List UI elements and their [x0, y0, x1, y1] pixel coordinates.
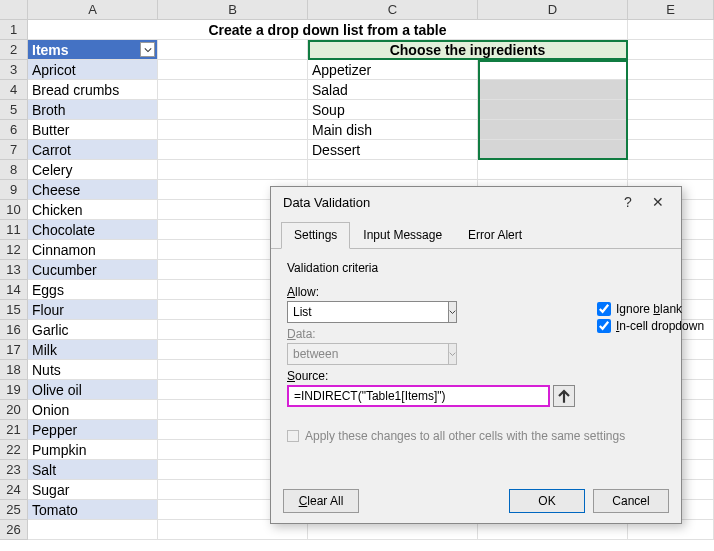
- cell-C4[interactable]: Salad: [308, 80, 478, 100]
- row-header[interactable]: 16: [0, 320, 28, 340]
- cell-A17[interactable]: Milk: [28, 340, 158, 360]
- source-input[interactable]: [287, 385, 550, 407]
- cell-A25[interactable]: Tomato: [28, 500, 158, 520]
- cell-A15[interactable]: Flour: [28, 300, 158, 320]
- row-header[interactable]: 21: [0, 420, 28, 440]
- cell-A13[interactable]: Cucumber: [28, 260, 158, 280]
- row-header[interactable]: 12: [0, 240, 28, 260]
- cell-C6[interactable]: Main dish: [308, 120, 478, 140]
- cell-B8[interactable]: [158, 160, 308, 180]
- ok-button[interactable]: OK: [509, 489, 585, 513]
- cell-A12[interactable]: Cinnamon: [28, 240, 158, 260]
- help-icon[interactable]: ?: [613, 194, 643, 210]
- incell-dropdown-checkbox[interactable]: In-cell dropdown: [597, 319, 704, 333]
- allow-input[interactable]: [287, 301, 448, 323]
- row-header[interactable]: 6: [0, 120, 28, 140]
- col-header-E[interactable]: E: [628, 0, 714, 19]
- row-header[interactable]: 2: [0, 40, 28, 60]
- row-header[interactable]: 11: [0, 220, 28, 240]
- cell-E8[interactable]: [628, 160, 714, 180]
- filter-icon[interactable]: [140, 42, 155, 57]
- cancel-button[interactable]: Cancel: [593, 489, 669, 513]
- cell-A9[interactable]: Cheese: [28, 180, 158, 200]
- cell-A11[interactable]: Chocolate: [28, 220, 158, 240]
- cell-C7[interactable]: Dessert: [308, 140, 478, 160]
- ignore-blank-checkbox[interactable]: Ignore blank: [597, 302, 704, 316]
- cell-A10[interactable]: Chicken: [28, 200, 158, 220]
- cell-A18[interactable]: Nuts: [28, 360, 158, 380]
- cell-E4[interactable]: [628, 80, 714, 100]
- cell-E2[interactable]: [628, 40, 714, 60]
- cell-A23[interactable]: Salt: [28, 460, 158, 480]
- select-all-corner[interactable]: [0, 0, 28, 19]
- row-header[interactable]: 1: [0, 20, 28, 40]
- cell-A2[interactable]: Items: [28, 40, 158, 60]
- col-header-A[interactable]: A: [28, 0, 158, 19]
- col-header-C[interactable]: C: [308, 0, 478, 19]
- cell-A22[interactable]: Pumpkin: [28, 440, 158, 460]
- row-header[interactable]: 23: [0, 460, 28, 480]
- tab-input-message[interactable]: Input Message: [350, 222, 455, 249]
- row-header[interactable]: 14: [0, 280, 28, 300]
- cell-A24[interactable]: Sugar: [28, 480, 158, 500]
- row-header[interactable]: 8: [0, 160, 28, 180]
- cell-B3[interactable]: [158, 60, 308, 80]
- row-header[interactable]: 26: [0, 520, 28, 540]
- cell-B4[interactable]: [158, 80, 308, 100]
- row-header[interactable]: 10: [0, 200, 28, 220]
- tab-error-alert[interactable]: Error Alert: [455, 222, 535, 249]
- row-header[interactable]: 5: [0, 100, 28, 120]
- cell-A26[interactable]: [28, 520, 158, 540]
- cell-A7[interactable]: Carrot: [28, 140, 158, 160]
- cell-A16[interactable]: Garlic: [28, 320, 158, 340]
- cell-A6[interactable]: Butter: [28, 120, 158, 140]
- cell-E7[interactable]: [628, 140, 714, 160]
- row-header[interactable]: 15: [0, 300, 28, 320]
- row-header[interactable]: 7: [0, 140, 28, 160]
- row-header[interactable]: 9: [0, 180, 28, 200]
- cell-A21[interactable]: Pepper: [28, 420, 158, 440]
- cell-A14[interactable]: Eggs: [28, 280, 158, 300]
- row-header[interactable]: 22: [0, 440, 28, 460]
- incell-dropdown-input[interactable]: [597, 319, 611, 333]
- row-header[interactable]: 24: [0, 480, 28, 500]
- row-header[interactable]: 17: [0, 340, 28, 360]
- cell-B2[interactable]: [158, 40, 308, 60]
- range-selector-icon[interactable]: [553, 385, 575, 407]
- dialog-titlebar[interactable]: Data Validation ? ✕: [271, 187, 681, 217]
- cell-C8[interactable]: [308, 160, 478, 180]
- close-icon[interactable]: ✕: [643, 194, 673, 210]
- row-header[interactable]: 4: [0, 80, 28, 100]
- data-validation-dialog: Data Validation ? ✕ Settings Input Messa…: [270, 186, 682, 524]
- row-header[interactable]: 20: [0, 400, 28, 420]
- row-header[interactable]: 19: [0, 380, 28, 400]
- cell-B5[interactable]: [158, 100, 308, 120]
- cell-B6[interactable]: [158, 120, 308, 140]
- cell-D8[interactable]: [478, 160, 628, 180]
- cell-A3[interactable]: Apricot: [28, 60, 158, 80]
- col-header-B[interactable]: B: [158, 0, 308, 19]
- cell-E5[interactable]: [628, 100, 714, 120]
- row-header[interactable]: 13: [0, 260, 28, 280]
- cell-A5[interactable]: Broth: [28, 100, 158, 120]
- allow-combo[interactable]: [287, 301, 457, 323]
- cell-E1[interactable]: [628, 20, 714, 40]
- cell-A19[interactable]: Olive oil: [28, 380, 158, 400]
- cell-A20[interactable]: Onion: [28, 400, 158, 420]
- row-header[interactable]: 18: [0, 360, 28, 380]
- clear-all-button[interactable]: Clear All: [283, 489, 359, 513]
- tab-settings[interactable]: Settings: [281, 222, 350, 249]
- cell-C5[interactable]: Soup: [308, 100, 478, 120]
- cell-E3[interactable]: [628, 60, 714, 80]
- row-header[interactable]: 3: [0, 60, 28, 80]
- col-header-D[interactable]: D: [478, 0, 628, 19]
- ignore-blank-input[interactable]: [597, 302, 611, 316]
- cell-A8[interactable]: Celery: [28, 160, 158, 180]
- cell-A1[interactable]: Create a drop down list from a table: [28, 20, 628, 40]
- cell-B7[interactable]: [158, 140, 308, 160]
- chevron-down-icon[interactable]: [448, 301, 457, 323]
- cell-E6[interactable]: [628, 120, 714, 140]
- cell-C3[interactable]: Appetizer: [308, 60, 478, 80]
- cell-A4[interactable]: Bread crumbs: [28, 80, 158, 100]
- row-header[interactable]: 25: [0, 500, 28, 520]
